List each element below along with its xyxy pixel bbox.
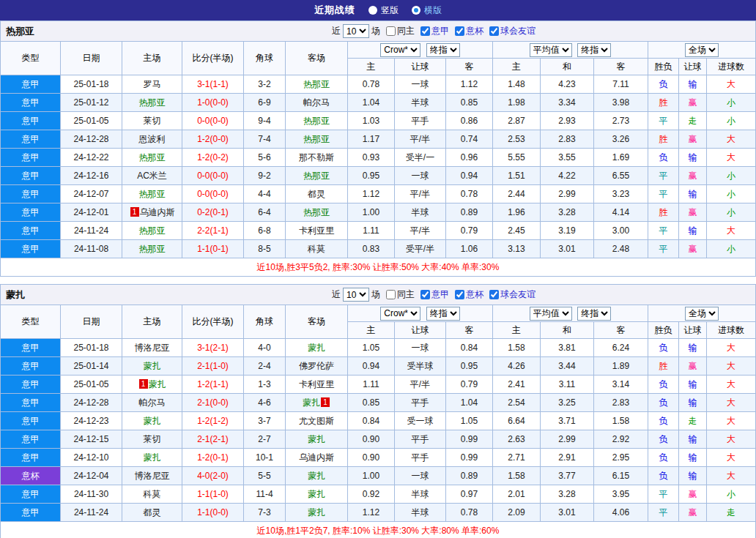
result-goals: 大 <box>707 449 756 467</box>
result-goals: 大 <box>707 376 756 394</box>
match-count-select[interactable]: 10 <box>343 24 369 38</box>
odds-away: 0.99 <box>446 449 493 467</box>
team-name[interactable]: 热那亚 <box>139 189 166 199</box>
team-name[interactable]: 帕尔马 <box>303 97 330 108</box>
checkbox-same-home[interactable]: 同主 <box>386 288 415 301</box>
average-select[interactable]: 平均值 <box>530 307 572 321</box>
match-row: 意甲24-12-28帕尔马2-1(0-0)4-6蒙扎10.85平手1.042.5… <box>1 394 756 412</box>
corner-count: 3-7 <box>244 412 286 430</box>
odds-handicap: 平手 <box>395 112 446 130</box>
team-name[interactable]: 莱切 <box>144 434 161 444</box>
result-outcome: 负 <box>648 449 679 467</box>
match-type-badge: 意甲 <box>1 203 61 222</box>
col-score: 比分(半场) <box>182 305 244 339</box>
checkbox-serie-a[interactable]: 意甲 <box>420 25 449 37</box>
fulltime-select[interactable]: 全场 <box>685 43 719 57</box>
team-name[interactable]: 都灵 <box>308 189 325 199</box>
match-score: 1-1(0-1) <box>182 240 244 258</box>
result-goals: 小 <box>707 167 756 185</box>
checkbox-friendly[interactable]: 球会友谊 <box>489 25 536 37</box>
team-name[interactable]: 科莫 <box>144 489 161 499</box>
odds-handicap: 半球 <box>395 485 446 504</box>
final-odds-select-1[interactable]: 终指 <box>426 307 460 321</box>
checkbox-serie-a[interactable]: 意甲 <box>420 288 449 301</box>
team-name[interactable]: 热那亚 <box>303 171 330 181</box>
team-name[interactable]: 热那亚 <box>139 97 166 108</box>
final-odds-select-2[interactable]: 终指 <box>577 307 611 321</box>
team-name[interactable]: 热那亚 <box>303 116 330 126</box>
layout-radio-horizontal[interactable]: 横版 <box>412 4 442 17</box>
team-name[interactable]: 热那亚 <box>139 152 166 162</box>
fulltime-select[interactable]: 全场 <box>685 307 719 321</box>
final-odds-select-1[interactable]: 终指 <box>426 43 460 57</box>
average-select[interactable]: 平均值 <box>530 43 572 57</box>
team-name[interactable]: 卡利亚里 <box>299 225 334 236</box>
away-team-cell: 帕尔马 <box>286 94 348 112</box>
team-name[interactable]: AC米兰 <box>137 171 167 181</box>
team-name[interactable]: 热那亚 <box>303 134 330 144</box>
team-name[interactable]: 莱切 <box>144 116 161 126</box>
match-type-badge: 意甲 <box>1 112 61 130</box>
team-name[interactable]: 佛罗伦萨 <box>299 361 334 371</box>
team-name[interactable]: 蒙扎 <box>308 343 325 353</box>
team-name[interactable]: 蒙扎 <box>303 397 320 408</box>
coppa-checkbox[interactable] <box>455 290 464 299</box>
avg-away: 4.14 <box>594 203 648 222</box>
same-home-checkbox[interactable] <box>386 290 396 299</box>
match-count-select[interactable]: 10 <box>343 288 369 302</box>
serie-a-checkbox[interactable] <box>420 26 430 36</box>
team-name[interactable]: 蒙扎 <box>308 434 325 444</box>
team-name[interactable]: 蒙扎 <box>308 471 325 481</box>
checkbox-friendly[interactable]: 球会友谊 <box>489 288 536 301</box>
team-name[interactable]: 恩波利 <box>139 134 166 144</box>
team-name[interactable]: 博洛尼亚 <box>135 471 170 481</box>
corner-count: 6-4 <box>244 203 286 222</box>
avg-draw: 3.55 <box>541 149 594 167</box>
coppa-checkbox[interactable] <box>455 26 464 36</box>
team-name[interactable]: 科莫 <box>308 244 325 254</box>
team-name[interactable]: 蒙扎 <box>308 507 325 518</box>
result-goals: 大 <box>707 75 756 94</box>
team-name[interactable]: 都灵 <box>144 507 161 518</box>
corner-count: 9-2 <box>244 167 286 185</box>
team-name[interactable]: 蒙扎 <box>144 361 161 371</box>
team-name[interactable]: 热那亚 <box>139 225 166 236</box>
team-name[interactable]: 乌迪内斯 <box>299 452 334 463</box>
serie-a-checkbox[interactable] <box>420 290 430 299</box>
same-home-checkbox[interactable] <box>386 26 396 36</box>
friendly-checkbox[interactable] <box>489 26 499 36</box>
layout-radio-vertical[interactable]: 竖版 <box>368 4 399 17</box>
checkbox-coppa[interactable]: 意杯 <box>455 288 483 301</box>
bookmaker-select[interactable]: Crow* <box>380 307 420 321</box>
friendly-checkbox[interactable] <box>489 290 499 299</box>
team-name[interactable]: 蒙扎 <box>149 379 166 389</box>
odds-handicap: 平/半 <box>395 185 446 203</box>
corner-count: 2-4 <box>244 357 286 376</box>
team-name[interactable]: 卡利亚里 <box>299 379 334 389</box>
result-outcome: 胜 <box>648 130 679 149</box>
subcol-home-avg: 主 <box>493 59 541 75</box>
match-date: 24-12-28 <box>61 130 122 149</box>
team-name[interactable]: 那不勒斯 <box>299 152 334 162</box>
team-name[interactable]: 热那亚 <box>303 207 330 217</box>
team-name[interactable]: 罗马 <box>144 79 161 89</box>
final-odds-select-2[interactable]: 终指 <box>577 43 611 57</box>
team-name[interactable]: 热那亚 <box>303 79 330 89</box>
result-outcome: 平 <box>648 112 679 130</box>
team-name[interactable]: 乌迪内斯 <box>140 207 175 217</box>
odds-handicap: 平/半 <box>395 376 446 394</box>
bookmaker-select[interactable]: Crow* <box>380 43 420 57</box>
team-name[interactable]: 蒙扎 <box>144 416 161 426</box>
team-name[interactable]: 热那亚 <box>139 244 166 254</box>
checkbox-coppa[interactable]: 意杯 <box>455 25 483 37</box>
match-date: 24-12-01 <box>61 203 122 222</box>
team-name[interactable]: 博洛尼亚 <box>135 343 170 353</box>
team-name[interactable]: 蒙扎 <box>144 452 161 463</box>
team-name[interactable]: 帕尔马 <box>139 397 166 408</box>
match-rows: 意甲25-01-18罗马3-1(1-1)3-2热那亚0.78一球1.121.48… <box>1 75 756 258</box>
odds-handicap: 一球 <box>395 467 446 485</box>
match-date: 24-11-24 <box>61 504 122 522</box>
team-name[interactable]: 尤文图斯 <box>299 416 334 426</box>
checkbox-same-home[interactable]: 同主 <box>386 25 415 37</box>
team-name[interactable]: 蒙扎 <box>308 489 325 499</box>
